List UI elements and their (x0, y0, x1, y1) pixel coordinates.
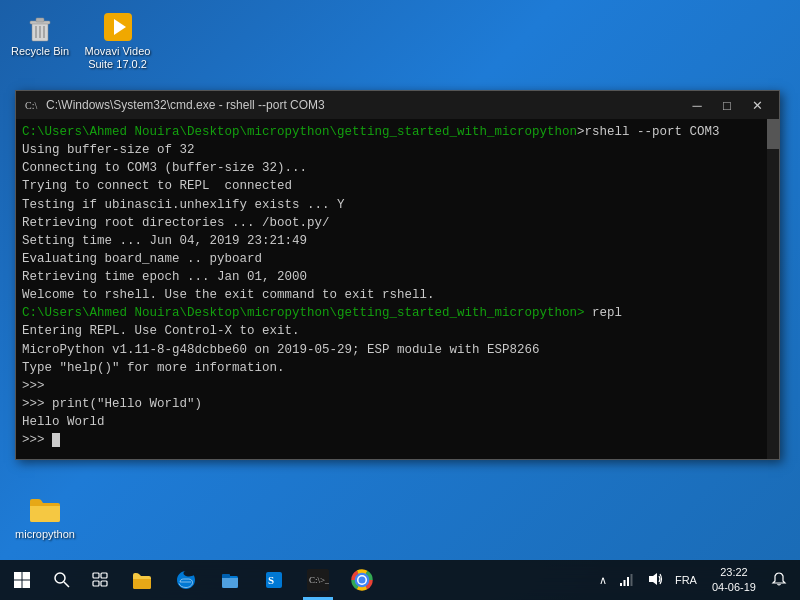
svg-text:C:\>_: C:\>_ (309, 575, 329, 585)
micropython-label: micropython (15, 528, 75, 541)
cmd-scrollbar[interactable] (767, 119, 779, 459)
cmd-line-5: Testing if ubinascii.unhexlify exists ..… (22, 196, 773, 214)
svg-rect-16 (93, 573, 99, 578)
cmd-line-10: Welcome to rshell. Use the exit command … (22, 286, 773, 304)
svg-rect-32 (620, 583, 622, 586)
chrome-icon (351, 569, 373, 591)
file-explorer-icon (131, 569, 153, 591)
taskbar-time: 23:22 (720, 565, 748, 580)
start-button[interactable] (0, 560, 44, 600)
svg-rect-34 (627, 577, 629, 586)
cmd-maximize-button[interactable]: □ (713, 95, 741, 115)
movavi-icon[interactable]: Movavi Video Suite 17.0.2 (80, 5, 155, 75)
taskbar-system-tray: ∧ FRA (594, 563, 800, 598)
network-svg (619, 571, 635, 587)
cmd-line-1: C:\Users\Ahmed Nouira\Desktop\micropytho… (22, 123, 773, 141)
windows-icon (13, 571, 31, 589)
cmd-line-13: Type "help()" for more information. (22, 359, 773, 377)
svg-rect-19 (101, 581, 107, 586)
taskbar-apps: S C:\>_ (120, 560, 594, 600)
cmd-prompt-1: C:\Users\Ahmed Nouira\Desktop\micropytho… (22, 125, 577, 139)
desktop-icons-top: Recycle Bin Movavi Video Suite 17.0.2 (5, 5, 155, 75)
cmd-line-11: Entering REPL. Use Control-X to exit. (22, 322, 773, 340)
svg-rect-2 (36, 18, 44, 22)
cmd-line-9: Retrieving time epoch ... Jan 01, 2000 (22, 268, 773, 286)
svg-point-14 (55, 573, 65, 583)
cmd-line-8: Evaluating board_name .. pyboard (22, 250, 773, 268)
svg-rect-13 (23, 581, 31, 589)
cmd-line-12: MicroPython v1.11-8-g48dcbbe60 on 2019-0… (22, 341, 773, 359)
cmd-title-text: C:\Windows\System32\cmd.exe - rshell --p… (46, 98, 325, 112)
task-view-icon (92, 572, 108, 588)
taskbar-store[interactable]: S (252, 560, 296, 600)
svg-rect-21 (222, 574, 230, 578)
cmd-title-left: C:\ C:\Windows\System32\cmd.exe - rshell… (24, 97, 325, 113)
edge-icon (175, 569, 197, 591)
taskbar-folder[interactable] (208, 560, 252, 600)
taskbar-date: 04-06-19 (712, 580, 756, 595)
search-icon (54, 572, 70, 588)
volume-icon[interactable] (642, 567, 668, 593)
cmd-line-16: Hello World (22, 413, 773, 431)
taskbar-chrome[interactable] (340, 560, 384, 600)
taskbar-clock[interactable]: 23:22 04-06-19 (704, 563, 764, 598)
micropython-folder-icon (27, 492, 63, 528)
cmd-line-prompt: C:\Users\Ahmed Nouira\Desktop\micropytho… (22, 304, 773, 322)
desktop: Recycle Bin Movavi Video Suite 17.0.2 C:… (0, 0, 800, 600)
cmd-titlebar: C:\ C:\Windows\System32\cmd.exe - rshell… (16, 91, 779, 119)
svg-rect-17 (101, 573, 107, 578)
cmd-taskbar-icon: C:\>_ (307, 569, 329, 591)
store-icon: S (263, 569, 285, 591)
cmd-minimize-button[interactable]: ─ (683, 95, 711, 115)
svg-text:S: S (268, 574, 274, 586)
svg-text:C:\: C:\ (25, 100, 37, 111)
svg-rect-11 (23, 572, 31, 580)
volume-svg (647, 571, 663, 587)
svg-rect-35 (630, 574, 632, 586)
folder-icon (219, 569, 241, 591)
svg-rect-12 (14, 581, 22, 589)
recycle-bin-icon[interactable]: Recycle Bin (5, 5, 75, 75)
network-icon[interactable] (614, 567, 640, 593)
svg-marker-36 (649, 573, 657, 585)
cmd-line-15: >>> print("Hello World") (22, 395, 773, 413)
cmd-body[interactable]: C:\Users\Ahmed Nouira\Desktop\micropytho… (16, 119, 779, 459)
movavi-label: Movavi Video Suite 17.0.2 (84, 45, 151, 71)
svg-rect-18 (93, 581, 99, 586)
taskbar-file-explorer[interactable] (120, 560, 164, 600)
cmd-line-14: >>> (22, 377, 773, 395)
cmd-close-button[interactable]: ✕ (743, 95, 771, 115)
cmd-line-input: >>> (22, 431, 773, 449)
cmd-scrollbar-thumb[interactable] (767, 119, 779, 149)
notifications-svg (771, 571, 787, 587)
taskbar-edge[interactable] (164, 560, 208, 600)
search-button[interactable] (44, 560, 80, 600)
cmd-line-4: Trying to connect to REPL connected (22, 177, 773, 195)
language-selector[interactable]: FRA (670, 572, 702, 588)
micropython-desktop-icon[interactable]: micropython (10, 488, 80, 545)
cmd-line-7: Setting time ... Jun 04, 2019 23:21:49 (22, 232, 773, 250)
cmd-line-2: Using buffer-size of 32 (22, 141, 773, 159)
cmd-cursor (52, 433, 60, 447)
taskbar: S C:\>_ (0, 560, 800, 600)
cmd-window: C:\ C:\Windows\System32\cmd.exe - rshell… (15, 90, 780, 460)
taskbar-cmd[interactable]: C:\>_ (296, 560, 340, 600)
notifications-icon[interactable] (766, 567, 792, 593)
svg-line-15 (64, 582, 69, 587)
cmd-line-3: Connecting to COM3 (buffer-size 32)... (22, 159, 773, 177)
svg-point-31 (359, 577, 366, 584)
cmd-app-icon: C:\ (24, 97, 40, 113)
svg-rect-33 (623, 580, 625, 586)
svg-rect-10 (14, 572, 22, 580)
cmd-line-6: Retrieving root directories ... /boot.py… (22, 214, 773, 232)
recycle-bin-label: Recycle Bin (11, 45, 69, 58)
cmd-window-controls: ─ □ ✕ (683, 95, 771, 115)
tray-chevron-button[interactable]: ∧ (594, 570, 612, 591)
task-view-button[interactable] (80, 560, 120, 600)
